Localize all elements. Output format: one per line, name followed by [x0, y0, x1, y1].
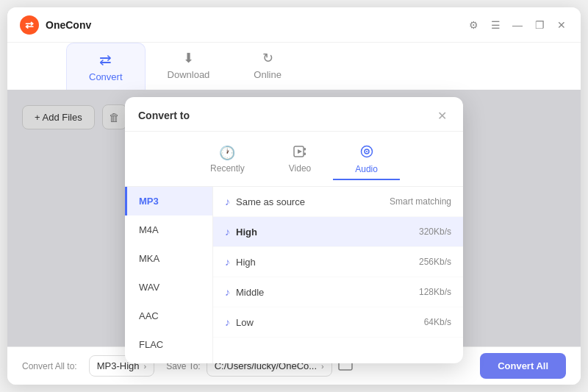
- app-window: ⇄ OneConv ⚙ ☰ — ❐ ✕ ⇄ Convert ⬇ Download…: [7, 7, 581, 385]
- modal-tab-audio[interactable]: Audio: [333, 140, 400, 180]
- online-tab-icon: ↻: [262, 50, 273, 66]
- modal-body: MP3 M4A MKA WAV AAC: [125, 187, 463, 363]
- modal-tab-video[interactable]: Video: [267, 140, 333, 180]
- quality-item-middle[interactable]: ♪ Middle 128Kb/s: [213, 277, 463, 307]
- music-note-icon-2: ♪: [225, 256, 230, 268]
- music-note-icon-0: ♪: [225, 196, 230, 207]
- convert-tab-label: Convert: [89, 71, 123, 82]
- close-icon[interactable]: ✕: [554, 18, 569, 32]
- svg-rect-4: [304, 148, 306, 151]
- main-content: + Add Files 🗑 Convert to ✕ 🕐 Recently: [7, 90, 581, 346]
- modal-tabs: 🕐 Recently Video: [125, 132, 463, 187]
- modal-overlay: Convert to ✕ 🕐 Recently: [7, 90, 581, 346]
- format-item-aac[interactable]: AAC: [125, 302, 212, 330]
- quality-item-high-256[interactable]: ♪ High 256Kb/s: [213, 247, 463, 277]
- settings-icon[interactable]: ⚙: [466, 18, 481, 32]
- audio-tab-label: Audio: [355, 164, 378, 174]
- svg-text:⇄: ⇄: [25, 19, 34, 31]
- svg-marker-3: [298, 149, 302, 154]
- title-bar: ⇄ OneConv ⚙ ☰ — ❐ ✕: [7, 7, 581, 43]
- music-note-icon-4: ♪: [225, 316, 230, 328]
- quality-list: ♪ Same as source Smart matching ♪ High 3…: [213, 187, 463, 363]
- video-tab-icon: [293, 145, 306, 161]
- modal-tab-recently[interactable]: 🕐 Recently: [188, 140, 267, 180]
- modal-title: Convert to: [138, 110, 190, 121]
- format-item-aiff[interactable]: AIFF: [125, 359, 212, 363]
- format-list: MP3 M4A MKA WAV AAC: [125, 187, 213, 363]
- convert-all-label: Convert All to:: [22, 361, 77, 371]
- recently-tab-label: Recently: [210, 163, 245, 174]
- music-note-icon-3: ♪: [225, 286, 230, 298]
- title-actions: ⚙ ☰ — ❐ ✕: [466, 18, 569, 32]
- maximize-icon[interactable]: ❐: [532, 18, 547, 32]
- menu-icon[interactable]: ☰: [488, 18, 503, 32]
- format-item-mka[interactable]: MKA: [125, 244, 212, 273]
- online-tab-label: Online: [254, 69, 282, 80]
- video-tab-label: Video: [289, 163, 311, 174]
- app-title: OneConv: [46, 19, 466, 31]
- format-item-wav[interactable]: WAV: [125, 273, 212, 302]
- download-tab-label: Download: [168, 69, 210, 80]
- svg-point-8: [366, 151, 368, 152]
- format-item-mp3[interactable]: MP3: [125, 187, 212, 215]
- tab-online[interactable]: ↻ Online: [232, 43, 304, 90]
- quality-item-high-320[interactable]: ♪ High 320Kb/s: [213, 217, 463, 247]
- svg-rect-5: [304, 153, 306, 156]
- modal-close-button[interactable]: ✕: [434, 107, 450, 124]
- convert-all-button[interactable]: Convert All: [480, 353, 566, 379]
- audio-tab-icon: [360, 145, 373, 162]
- download-tab-icon: ⬇: [183, 50, 194, 66]
- modal-header: Convert to ✕: [125, 97, 463, 132]
- convert-to-modal: Convert to ✕ 🕐 Recently: [125, 97, 463, 363]
- music-note-icon-1: ♪: [225, 226, 230, 238]
- tab-convert[interactable]: ⇄ Convert: [66, 43, 146, 90]
- format-item-m4a[interactable]: M4A: [125, 215, 212, 244]
- app-logo: ⇄: [19, 15, 40, 35]
- tab-download[interactable]: ⬇ Download: [146, 43, 232, 90]
- recently-tab-icon: 🕐: [219, 145, 235, 161]
- quality-item-low[interactable]: ♪ Low 64Kb/s: [213, 307, 463, 338]
- minimize-icon[interactable]: —: [510, 18, 525, 32]
- quality-item-same[interactable]: ♪ Same as source Smart matching: [213, 187, 463, 217]
- format-item-flac[interactable]: FLAC: [125, 330, 212, 359]
- convert-tab-icon: ⇄: [99, 51, 112, 68]
- nav-tabs: ⇄ Convert ⬇ Download ↻ Online: [7, 43, 581, 90]
